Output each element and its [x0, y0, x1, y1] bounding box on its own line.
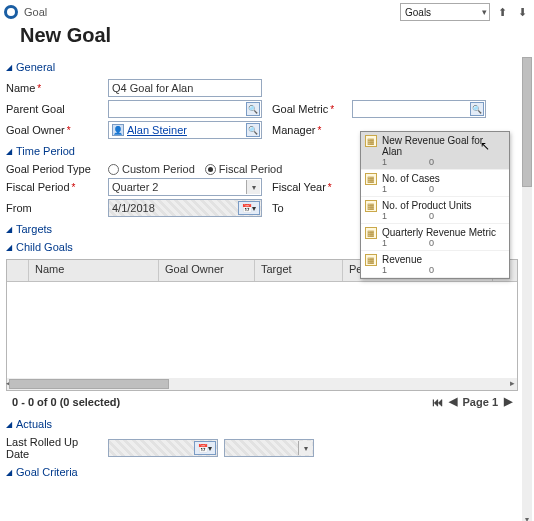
chevron-down-icon: ▾: [482, 7, 487, 17]
fiscal-period-select[interactable]: Quarter 2 ▾: [108, 178, 262, 196]
name-input[interactable]: Q4 Goal for Alan: [108, 79, 262, 97]
section-general-label: General: [16, 61, 55, 73]
scroll-down-icon[interactable]: ▾: [522, 514, 532, 521]
dropdown-item[interactable]: ▦ Quarterly Revenue Metric 10: [361, 224, 509, 251]
lookup-icon[interactable]: 🔍: [246, 102, 260, 116]
grid-footer: 0 - 0 of 0 (0 selected) ⏮ ◀ Page 1 ▶: [6, 391, 518, 412]
grid-horizontal-scroll[interactable]: ◂ ▸: [7, 378, 517, 390]
section-goal-criteria[interactable]: ◢ Goal Criteria: [6, 466, 518, 478]
dropdown-item-label: Quarterly Revenue Metric: [382, 227, 503, 238]
radio-label: Fiscal Period: [219, 163, 283, 175]
collapse-icon: ◢: [6, 63, 12, 72]
grid-checkbox-col[interactable]: [7, 260, 29, 281]
section-goal-criteria-label: Goal Criteria: [16, 466, 78, 478]
radio-icon: [205, 164, 216, 175]
pager-page-label: Page 1: [463, 396, 498, 408]
goal-metric-dropdown[interactable]: ▦ New Revenue Goal for Alan 10 ▦ No. of …: [360, 131, 510, 279]
scroll-right-icon[interactable]: ▸: [510, 378, 515, 388]
collapse-icon: ◢: [6, 225, 12, 234]
collapse-icon: ◢: [6, 420, 12, 429]
dropdown-item-label: No. of Cases: [382, 173, 503, 184]
calendar-icon[interactable]: 📅▾: [194, 441, 216, 455]
goal-metric-label: Goal Metric*: [272, 103, 346, 115]
parent-goal-label: Parent Goal: [6, 103, 102, 115]
section-actuals[interactable]: ◢ Actuals: [6, 418, 518, 430]
entity-label: Goal: [24, 6, 47, 18]
last-rolled-time-input[interactable]: ▾: [224, 439, 314, 457]
pager-next-icon[interactable]: ▶: [504, 395, 512, 408]
dropdown-item[interactable]: ▦ No. of Product Units 10: [361, 197, 509, 224]
fiscal-year-label: Fiscal Year*: [272, 181, 346, 193]
last-rolled-date-input[interactable]: 📅▾: [108, 439, 218, 457]
dropdown-item-label: No. of Product Units: [382, 200, 503, 211]
related-entity-value: Goals: [405, 7, 431, 18]
nav-down-button[interactable]: ⬇: [514, 4, 530, 20]
radio-custom-period[interactable]: Custom Period: [108, 163, 195, 175]
goal-owner-lookup[interactable]: 👤 Alan Steiner 🔍: [108, 121, 262, 139]
grid-body[interactable]: [7, 282, 517, 378]
calendar-icon[interactable]: 📅▾: [238, 201, 260, 215]
metric-icon: ▦: [365, 135, 377, 147]
lookup-icon[interactable]: 🔍: [246, 123, 260, 137]
from-label: From: [6, 202, 102, 214]
dropdown-item[interactable]: ▦ New Revenue Goal for Alan 10: [361, 132, 509, 170]
dropdown-item-label: Revenue: [382, 254, 503, 265]
name-label: Name*: [6, 82, 102, 94]
manager-label: Manager*: [272, 124, 346, 136]
page-title: New Goal: [20, 24, 530, 47]
dropdown-item-label: New Revenue Goal for Alan: [382, 135, 503, 157]
collapse-icon: ◢: [6, 147, 12, 156]
scrollbar-thumb[interactable]: [522, 57, 532, 187]
grid-col-owner[interactable]: Goal Owner: [159, 260, 255, 281]
goal-metric-lookup[interactable]: 🔍: [352, 100, 486, 118]
grid-col-name[interactable]: Name: [29, 260, 159, 281]
dropdown-item[interactable]: ▦ No. of Cases 10: [361, 170, 509, 197]
grid-status: 0 - 0 of 0 (0 selected): [12, 396, 120, 408]
section-general[interactable]: ◢ General: [6, 61, 518, 73]
radio-label: Custom Period: [122, 163, 195, 175]
metric-icon: ▦: [365, 173, 377, 185]
related-entity-select[interactable]: Goals ▾: [400, 3, 490, 21]
section-actuals-label: Actuals: [16, 418, 52, 430]
goal-owner-link[interactable]: Alan Steiner: [127, 124, 187, 136]
lookup-icon[interactable]: 🔍: [470, 102, 484, 116]
collapse-icon: ◢: [6, 468, 12, 477]
chevron-down-icon: ▾: [246, 180, 260, 194]
grid-col-target[interactable]: Target: [255, 260, 343, 281]
radio-icon: [108, 164, 119, 175]
goal-owner-label: Goal Owner*: [6, 124, 102, 136]
pager-prev-icon[interactable]: ◀: [449, 395, 457, 408]
dropdown-item[interactable]: ▦ Revenue 10: [361, 251, 509, 278]
radio-fiscal-period[interactable]: Fiscal Period: [205, 163, 283, 175]
nav-up-button[interactable]: ⬆: [494, 4, 510, 20]
user-icon: 👤: [112, 124, 124, 136]
chevron-down-icon: ▾: [298, 441, 312, 455]
metric-icon: ▦: [365, 200, 377, 212]
metric-icon: ▦: [365, 254, 377, 266]
parent-goal-lookup[interactable]: 🔍: [108, 100, 262, 118]
metric-icon: ▦: [365, 227, 377, 239]
collapse-icon: ◢: [6, 243, 12, 252]
section-time-period-label: Time Period: [16, 145, 75, 157]
section-child-goals-label: Child Goals: [16, 241, 73, 253]
fiscal-period-label: Fiscal Period*: [6, 181, 102, 193]
to-label: To: [272, 202, 346, 214]
from-date-input[interactable]: 4/1/2018 📅▾: [108, 199, 262, 217]
last-rolled-label: Last Rolled Up Date: [6, 436, 102, 460]
hscroll-thumb[interactable]: [9, 379, 169, 389]
app-icon: [4, 5, 18, 19]
goal-period-type-label: Goal Period Type: [6, 163, 102, 175]
section-targets-label: Targets: [16, 223, 52, 235]
vertical-scrollbar[interactable]: ▴ ▾: [522, 57, 532, 521]
pager-first-icon[interactable]: ⏮: [432, 396, 443, 408]
